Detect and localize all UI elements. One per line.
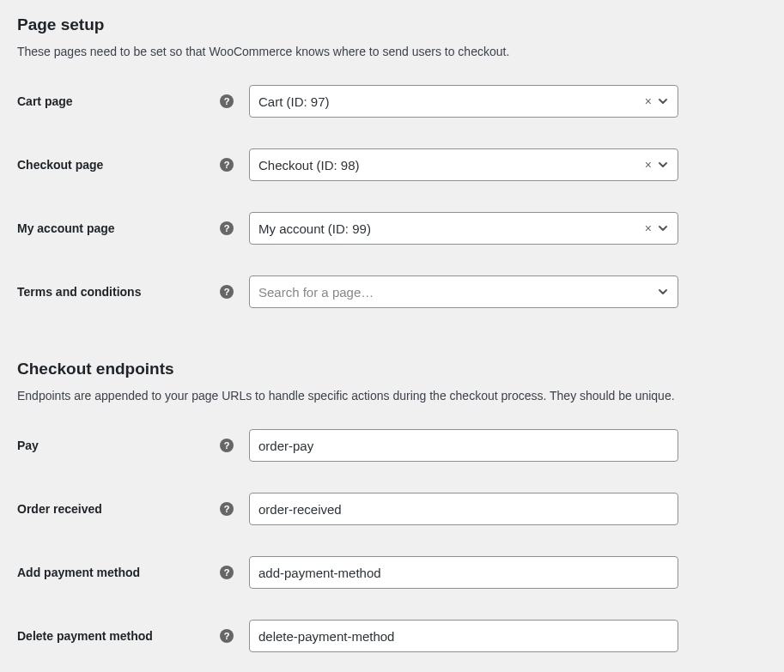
page-setup-heading: Page setup (17, 15, 767, 34)
chevron-down-icon[interactable] (657, 95, 669, 107)
help-icon[interactable]: ? (220, 502, 234, 516)
order-received-endpoint-input[interactable] (249, 493, 678, 525)
add-payment-endpoint-row: Add payment method ? (17, 556, 767, 589)
chevron-down-icon[interactable] (657, 222, 669, 234)
order-received-endpoint-label: Order received (17, 502, 102, 516)
terms-conditions-label: Terms and conditions (17, 285, 141, 299)
my-account-page-value: My account (ID: 99) (258, 221, 643, 236)
checkout-endpoints-description: Endpoints are appended to your page URLs… (17, 387, 767, 405)
clear-icon[interactable]: × (643, 158, 653, 172)
my-account-page-label: My account page (17, 221, 115, 235)
help-icon[interactable]: ? (220, 439, 234, 452)
add-payment-endpoint-input[interactable] (249, 556, 678, 589)
delete-payment-endpoint-input[interactable] (249, 620, 678, 652)
add-payment-endpoint-label: Add payment method (17, 566, 140, 579)
page-setup-description: These pages need to be set so that WooCo… (17, 43, 767, 61)
my-account-page-row: My account page ? My account (ID: 99) × (17, 212, 767, 245)
help-icon[interactable]: ? (220, 285, 234, 299)
terms-conditions-placeholder: Search for a page… (258, 285, 657, 300)
cart-page-row: Cart page ? Cart (ID: 97) × (17, 85, 767, 118)
terms-conditions-row: Terms and conditions ? Search for a page… (17, 275, 767, 308)
pay-endpoint-input[interactable] (249, 429, 678, 462)
chevron-down-icon[interactable] (657, 159, 669, 171)
help-icon[interactable]: ? (220, 94, 234, 108)
pay-endpoint-label: Pay (17, 439, 39, 452)
checkout-endpoints-heading: Checkout endpoints (17, 360, 767, 378)
cart-page-label: Cart page (17, 94, 73, 108)
pay-endpoint-row: Pay ? (17, 429, 767, 462)
clear-icon[interactable]: × (643, 221, 653, 235)
help-icon[interactable]: ? (220, 629, 234, 643)
checkout-page-select[interactable]: Checkout (ID: 98) × (249, 148, 678, 181)
order-received-endpoint-row: Order received ? (17, 493, 767, 525)
checkout-page-label: Checkout page (17, 158, 103, 172)
cart-page-value: Cart (ID: 97) (258, 94, 643, 109)
clear-icon[interactable]: × (643, 94, 653, 108)
delete-payment-endpoint-row: Delete payment method ? (17, 620, 767, 652)
chevron-down-icon[interactable] (657, 286, 669, 298)
checkout-page-value: Checkout (ID: 98) (258, 158, 643, 173)
delete-payment-endpoint-label: Delete payment method (17, 629, 153, 643)
terms-conditions-select[interactable]: Search for a page… (249, 275, 678, 308)
checkout-page-row: Checkout page ? Checkout (ID: 98) × (17, 148, 767, 181)
help-icon[interactable]: ? (220, 221, 234, 235)
help-icon[interactable]: ? (220, 158, 234, 172)
cart-page-select[interactable]: Cart (ID: 97) × (249, 85, 678, 118)
help-icon[interactable]: ? (220, 566, 234, 579)
my-account-page-select[interactable]: My account (ID: 99) × (249, 212, 678, 245)
